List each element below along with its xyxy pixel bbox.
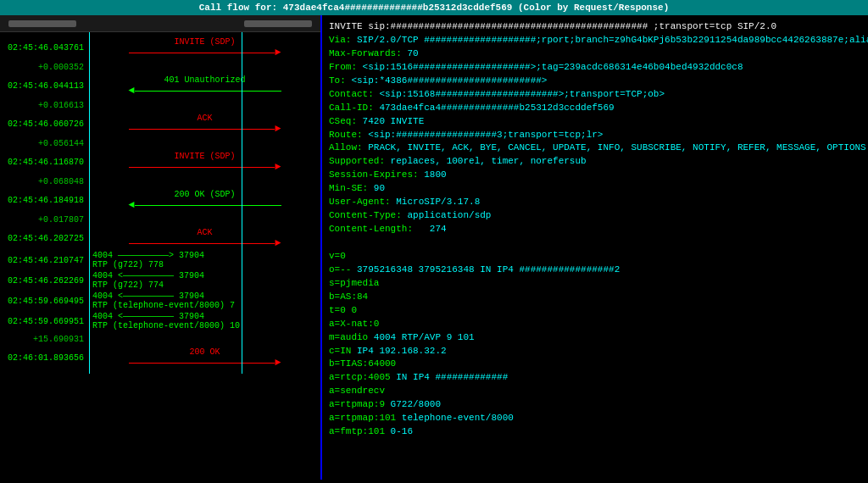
sip-via: Via: SIP/2.0/TCP ####################;rp… — [329, 34, 861, 47]
flow-row-rtp2: 02:45:46.262269 4004 <—————————— 37904 R… — [0, 271, 320, 290]
right-vertical-line — [242, 32, 242, 374]
msg-label-401: 401 Unauthorized — [164, 75, 245, 85]
timestamp-9: 02:45:59.669495 — [0, 297, 89, 306]
sip-blank — [329, 236, 861, 250]
sip-supported: Supported: replaces, 100rel, timer, nore… — [329, 155, 861, 169]
flow-row-invite2: 02:45:46.116870 INVITE (SDP) ► — [0, 152, 320, 173]
sdp-sendrecv: a=sendrecv — [329, 385, 861, 398]
sdp-m: m=audio 4004 RTP/AVP 9 101 — [329, 331, 861, 345]
offset-2: +0.016613 — [0, 101, 89, 110]
timestamp-3: 02:45:46.060726 — [0, 119, 89, 129]
msg-label-200ok: 200 OK — [189, 347, 220, 357]
left-vertical-line — [89, 32, 90, 374]
flow-row-invite1: 02:45:46.043761 INVITE (SDP) ► — [0, 37, 320, 58]
sip-allow: Allow: PRACK, INVITE, ACK, BYE, CANCEL, … — [329, 142, 861, 155]
offset-5: +0.017807 — [0, 215, 89, 225]
flow-row-offset3: +0.056144 — [0, 136, 320, 150]
timestamp-5: 02:45:46.184918 — [0, 196, 89, 205]
msg-label-200ok-sdp: 200 OK (SDP) — [174, 190, 235, 199]
rtp4-ports: 4004 <—————————— 37904 — [92, 312, 204, 321]
flow-row-offset2: +0.016613 — [0, 98, 320, 112]
timestamp-1: 02:45:46.043761 — [0, 43, 89, 53]
sdp-s: s=pjmedia — [329, 277, 861, 291]
title-text: Call flow for: 473dae4fca4##############… — [199, 3, 670, 13]
sip-cseq: CSeq: 7420 INVITE — [329, 115, 861, 129]
flow-row-200ok: 02:46:01.893656 200 OK ► — [0, 347, 320, 369]
sip-to: To: <sip:*4386########################> — [329, 75, 861, 88]
timestamp-4: 02:45:46.116870 — [0, 158, 89, 167]
flow-row-rtp4: 02:45:59.669951 4004 <—————————— 37904 R… — [0, 312, 320, 330]
sip-useragent: User-Agent: MicroSIP/3.17.8 — [329, 196, 861, 209]
sdp-b-tias: b=TIAS:64000 — [329, 358, 861, 371]
rtp4-label: RTP (telephone-event/8000) 10 — [92, 321, 240, 330]
left-panel-header — [0, 15, 320, 32]
msg-label-invite2: INVITE (SDP) — [174, 152, 235, 161]
flow-row-rtp1: 02:45:46.210747 4004 ——————————> 37904 R… — [0, 251, 320, 269]
msg-label-invite1: INVITE (SDP) — [174, 37, 235, 47]
sdp-c: c=IN IP4 192.168.32.2 — [329, 345, 861, 358]
sip-invite-line: INVITE sip:#############################… — [329, 20, 861, 34]
timestamp-8: 02:45:46.262269 — [0, 276, 89, 286]
sdp-v: v=0 — [329, 250, 861, 264]
right-panel: INVITE sip:#############################… — [322, 15, 868, 480]
flow-row-ack1: 02:45:46.060726 ACK ► — [0, 114, 320, 135]
rtp2-ports: 4004 <—————————— 37904 — [92, 271, 204, 280]
sdp-t: t=0 0 — [329, 304, 861, 318]
timestamp-2: 02:45:46.044113 — [0, 81, 89, 91]
sip-contact: Contact: <sip:15168#####################… — [329, 88, 861, 102]
offset-4: +0.068048 — [0, 177, 89, 186]
sdp-o: o=-- 3795216348 3795216348 IN IP4 ######… — [329, 264, 861, 277]
timestamp-10: 02:45:59.669951 — [0, 317, 89, 326]
rtp2-label: RTP (g722) 774 — [92, 280, 164, 290]
flow-row-ack2: 02:45:46.202725 ACK ► — [0, 228, 320, 249]
flow-row-offset5: +0.017807 — [0, 213, 320, 226]
scroll-handle-left[interactable] — [8, 20, 76, 27]
sip-content-length: Content-Length: 274 — [329, 223, 861, 236]
rtp3-ports: 4004 <—————————— 37904 — [92, 291, 204, 301]
sip-max-fwd: Max-Forwards: 70 — [329, 47, 861, 61]
sip-minse: Min-SE: 90 — [329, 182, 861, 196]
sdp-rtpmap-101: a=rtpmap:101 telephone-event/8000 — [329, 412, 861, 425]
flow-row-offset1: +0.000352 — [0, 60, 320, 74]
timestamp-6: 02:45:46.202725 — [0, 234, 89, 243]
rtp3-label: RTP (telephone-event/8000) 7 — [92, 301, 235, 310]
sip-route: Route: <sip:##################3;transpor… — [329, 129, 861, 142]
flow-row-offset4: +0.068048 — [0, 175, 320, 188]
title-bar: Call flow for: 473dae4fca4##############… — [0, 0, 868, 15]
scroll-handle-right[interactable] — [244, 20, 312, 27]
msg-label-ack2: ACK — [197, 228, 212, 237]
sdp-rtcp: a=rtcp:4005 IN IP4 ############# — [329, 371, 861, 385]
sdp-fmtp-101: a=fmtp:101 0-16 — [329, 425, 861, 439]
timestamp-7: 02:45:46.210747 — [0, 256, 89, 265]
flow-row-200ok-sdp: 02:45:46.184918 200 OK (SDP) ◄ — [0, 190, 320, 211]
offset-3: +0.056144 — [0, 139, 89, 148]
msg-label-ack1: ACK — [197, 114, 212, 123]
offset-10: +15.690931 — [0, 335, 89, 344]
sdp-b-as: b=AS:84 — [329, 291, 861, 304]
sip-from: From: <sip:1516#####################>;ta… — [329, 61, 861, 75]
timestamp-11: 02:46:01.893656 — [0, 353, 89, 363]
rtp1-ports: 4004 ——————————> 37904 — [92, 251, 204, 260]
left-panel: 02:45:46.043761 INVITE (SDP) ► +0.000352… — [0, 15, 322, 480]
sip-session-exp: Session-Expires: 1800 — [329, 169, 861, 182]
sip-callid: Call-ID: 473dae4fca4##############b25312… — [329, 102, 861, 115]
sip-content-type: Content-Type: application/sdp — [329, 209, 861, 223]
flow-row-rtp3: 02:45:59.669495 4004 <—————————— 37904 R… — [0, 291, 320, 310]
sdp-xnat: a=X-nat:0 — [329, 318, 861, 331]
rtp1-label: RTP (g722) 778 — [92, 260, 164, 269]
sdp-rtpmap-9: a=rtpmap:9 G722/8000 — [329, 398, 861, 412]
call-flow-area: 02:45:46.043761 INVITE (SDP) ► +0.000352… — [0, 32, 320, 374]
flow-row-401: 02:45:46.044113 401 Unauthorized ◄ — [0, 75, 320, 97]
flow-row-offset10: +15.690931 — [0, 332, 320, 346]
offset-1: +0.000352 — [0, 63, 89, 72]
